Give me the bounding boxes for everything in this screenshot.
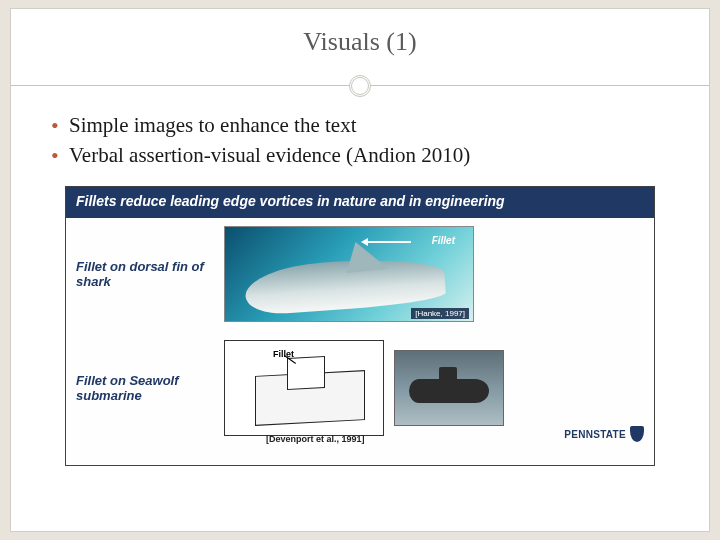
pennstate-logo: PENNSTATE: [564, 426, 644, 442]
example-row-submarine: Fillet on Seawolf submarine Fillet: [66, 338, 654, 438]
shark-annotation: Fillet: [432, 235, 455, 246]
divider-ring-icon: [349, 75, 371, 97]
citation-shark: [Hanke, 1997]: [411, 308, 469, 319]
example-row-shark: Fillet on dorsal fin of shark Fillet [Ha…: [66, 224, 654, 324]
submarine-sail-shape: [439, 367, 457, 383]
arrow-icon: [367, 241, 411, 243]
shield-icon: [630, 426, 644, 442]
submarine-photo: [394, 350, 504, 426]
bullet-item: Verbal assertion-visual evidence (Andion…: [51, 141, 681, 169]
embedded-slide: Fillets reduce leading edge vortices in …: [65, 186, 655, 466]
logo-text: PENNSTATE: [564, 429, 626, 440]
embedded-slide-body: Fillet on dorsal fin of shark Fillet [Ha…: [66, 218, 654, 448]
submarine-diagram: Fillet: [224, 340, 384, 436]
title-divider: [11, 75, 709, 97]
bullet-list: Simple images to enhance the text Verbal…: [11, 97, 709, 178]
slide: Visuals (1) Simple images to enhance the…: [10, 8, 710, 532]
slide-title: Visuals (1): [11, 27, 709, 57]
row-label: Fillet on Seawolf submarine: [66, 373, 216, 404]
row-label: Fillet on dorsal fin of shark: [66, 259, 216, 290]
shark-image: Fillet [Hanke, 1997]: [224, 226, 474, 322]
title-area: Visuals (1): [11, 9, 709, 97]
citation-diagram: [Devenport et al., 1991]: [266, 434, 365, 444]
bullet-item: Simple images to enhance the text: [51, 111, 681, 139]
embedded-slide-title: Fillets reduce leading edge vortices in …: [66, 187, 654, 219]
